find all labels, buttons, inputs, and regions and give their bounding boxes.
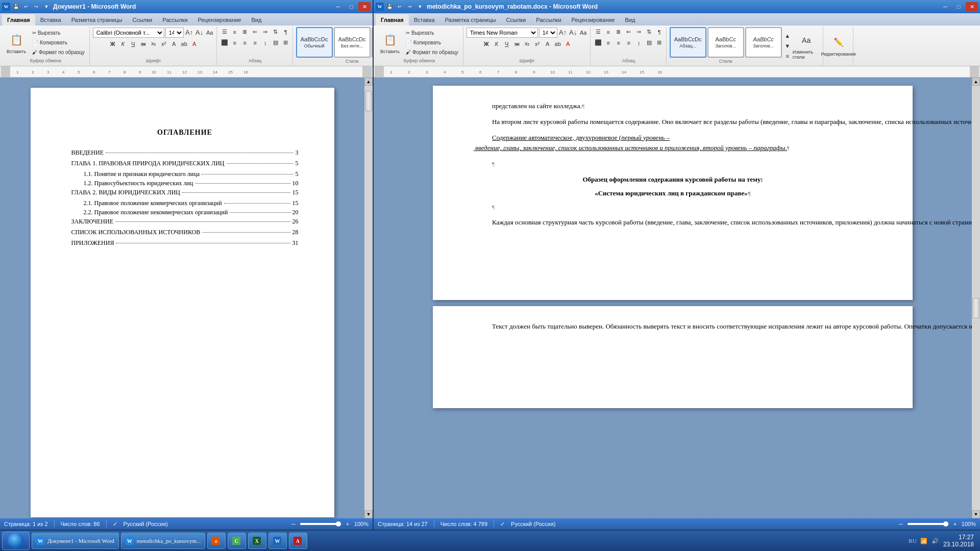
start-button[interactable]	[2, 532, 30, 550]
numbered-btn-left[interactable]: ≡	[230, 28, 239, 37]
undo-quick-btn[interactable]: ↩	[21, 3, 31, 11]
underline-btn-right[interactable]: Ч	[502, 39, 511, 48]
taskbar-program-1[interactable]: W Документ1 - Microsoft Word	[32, 533, 119, 549]
style-heading1-btn-left[interactable]: AaBbCc Заголов...	[372, 27, 373, 58]
more-quick-btn-right[interactable]: ▼	[415, 3, 425, 11]
align-right-btn-left[interactable]: ≡	[240, 38, 250, 47]
text-effects-btn-right[interactable]: А	[543, 39, 552, 48]
taskbar-word[interactable]: W	[268, 533, 287, 549]
justify-btn-left[interactable]: ≡	[251, 38, 260, 47]
strikethrough-btn-left[interactable]: зк	[139, 39, 148, 48]
scroll-up-right[interactable]: ▲	[972, 78, 980, 86]
bold-btn-right[interactable]: Ж	[482, 39, 491, 48]
shading-btn-left[interactable]: ▤	[271, 38, 280, 47]
align-right-btn-right[interactable]: ≡	[614, 38, 623, 47]
maximize-btn-left[interactable]: □	[345, 2, 357, 11]
tab-insert-right[interactable]: Вставка	[409, 14, 440, 26]
tab-references-right[interactable]: Ссылки	[501, 14, 531, 26]
styles-down-btn-right[interactable]: ▼	[783, 41, 792, 51]
zoom-thumb-right[interactable]	[943, 521, 948, 527]
scrollbar-v-right[interactable]: ▲ ▼	[972, 78, 980, 518]
align-center-btn-left[interactable]: ≡	[230, 38, 239, 47]
line-spacing-btn-right[interactable]: ↕	[634, 38, 644, 47]
editing-btn-right[interactable]: ✏️ Редактирование	[826, 30, 851, 61]
zoom-in-left[interactable]: +	[343, 519, 352, 529]
cut-btn-left[interactable]: ✂Вырезать	[30, 29, 87, 38]
redo-quick-btn-right[interactable]: ↪	[405, 3, 414, 11]
sort-btn-left[interactable]: ⇅	[271, 28, 280, 37]
show-marks-btn-right[interactable]: ¶	[655, 28, 664, 37]
minimize-btn-left[interactable]: ─	[332, 2, 344, 11]
multilevel-btn-right[interactable]: ≣	[614, 28, 623, 37]
bold-btn-left[interactable]: Ж	[108, 39, 117, 48]
font-name-select-right[interactable]: Times New Roman	[467, 28, 538, 38]
tab-page-layout-left[interactable]: Разметка страницы	[66, 14, 128, 26]
system-clock[interactable]: 17:27 23.10.2018	[943, 534, 974, 548]
decrease-indent-btn-right[interactable]: ⇐	[624, 28, 633, 37]
zoom-out-left[interactable]: ─	[289, 519, 298, 529]
tab-review-left[interactable]: Рецензирование	[193, 14, 247, 26]
show-marks-btn-left[interactable]: ¶	[281, 28, 290, 37]
change-styles-btn-right[interactable]: Аа Изменить стили	[792, 31, 821, 61]
style-heading2-btn-right[interactable]: AaBbCс Заголов...	[745, 27, 782, 58]
tab-insert-left[interactable]: Вставка	[35, 14, 66, 26]
styles-more-btn-right[interactable]: ≡	[783, 52, 792, 61]
bullets-btn-right[interactable]: ☰	[594, 28, 603, 37]
save-quick-btn-right[interactable]: 💾	[385, 3, 394, 11]
line-spacing-btn-left[interactable]: ↕	[261, 38, 270, 47]
tab-references-left[interactable]: Ссылки	[127, 14, 157, 26]
undo-quick-btn-right[interactable]: ↩	[395, 3, 404, 11]
tray-lang[interactable]: RU	[909, 537, 917, 545]
taskbar-chrome[interactable]: C	[228, 533, 246, 549]
superscript-btn-left[interactable]: x²	[159, 39, 168, 48]
align-center-btn-right[interactable]: ≡	[604, 38, 613, 47]
scrollbar-v-left[interactable]: ▲ ▼	[364, 78, 373, 518]
subscript-btn-right[interactable]: x₂	[523, 39, 532, 48]
taskbar-program-2[interactable]: W metodichka_po_kursovym...	[121, 533, 206, 549]
style-no-interval-btn-left[interactable]: AaBbCcDc Без инте...	[334, 27, 371, 58]
justify-btn-right[interactable]: ≡	[624, 38, 633, 47]
font-grow-btn-right[interactable]: A↑	[558, 28, 568, 37]
zoom-thumb-left[interactable]	[336, 521, 341, 527]
zoom-slider-right[interactable]	[908, 523, 948, 525]
multilevel-btn-left[interactable]: ≣	[240, 28, 250, 37]
format-painter-btn-left[interactable]: 🖌Формат по образцу	[30, 48, 87, 57]
increase-indent-btn-left[interactable]: ⇒	[261, 28, 270, 37]
text-effects-btn-left[interactable]: А	[169, 39, 179, 48]
font-size-select-left[interactable]: 14	[165, 28, 184, 38]
font-name-select-left[interactable]: Calibri (Основной т...	[93, 28, 164, 38]
italic-btn-right[interactable]: К	[492, 39, 501, 48]
tab-mailings-right[interactable]: Рассылки	[531, 14, 566, 26]
clear-format-btn-left[interactable]: Aa	[205, 28, 214, 37]
maximize-btn-right[interactable]: □	[952, 2, 965, 11]
cut-btn-right[interactable]: ✂Вырезать	[403, 29, 461, 38]
style-normal-btn-left[interactable]: AaBbCcDc Обычный	[296, 27, 333, 58]
italic-btn-left[interactable]: К	[118, 39, 128, 48]
increase-indent-btn-right[interactable]: ⇒	[634, 28, 644, 37]
subscript-btn-left[interactable]: x₂	[149, 39, 158, 48]
font-size-select-right[interactable]: 14	[539, 28, 557, 38]
align-left-btn-right[interactable]: ⬛	[594, 38, 603, 47]
highlight-btn-left[interactable]: ab	[180, 39, 189, 48]
bullets-btn-left[interactable]: ☰	[220, 28, 229, 37]
font-color-btn-left[interactable]: А	[190, 39, 199, 48]
sort-btn-right[interactable]: ⇅	[645, 28, 654, 37]
copy-btn-left[interactable]: 📄Копировать	[30, 38, 87, 47]
borders-btn-right[interactable]: ⊞	[655, 38, 664, 47]
align-left-btn-left[interactable]: ⬛	[220, 38, 229, 47]
tab-review-right[interactable]: Рецензирование	[567, 14, 620, 26]
style-normal-btn-right[interactable]: AaBbCcDc Абзац...	[670, 27, 706, 58]
format-painter-btn-right[interactable]: 🖌Формат по образцу	[403, 48, 461, 57]
copy-btn-right[interactable]: 📄Копировать	[403, 38, 461, 47]
close-btn-left[interactable]: ✕	[358, 2, 371, 11]
font-shrink-btn-left[interactable]: A↓	[195, 28, 204, 37]
close-btn-right[interactable]: ✕	[966, 2, 978, 11]
font-color-btn-right[interactable]: А	[564, 39, 573, 48]
scroll-up-left[interactable]: ▲	[364, 78, 373, 86]
minimize-btn-right[interactable]: ─	[939, 2, 951, 11]
styles-up-btn-right[interactable]: ▲	[783, 31, 792, 40]
taskbar-acrobat[interactable]: A	[289, 533, 307, 549]
tab-view-left[interactable]: Вид	[247, 14, 267, 26]
shading-btn-right[interactable]: ▤	[645, 38, 654, 47]
tab-home-right[interactable]: Главная	[376, 14, 409, 26]
